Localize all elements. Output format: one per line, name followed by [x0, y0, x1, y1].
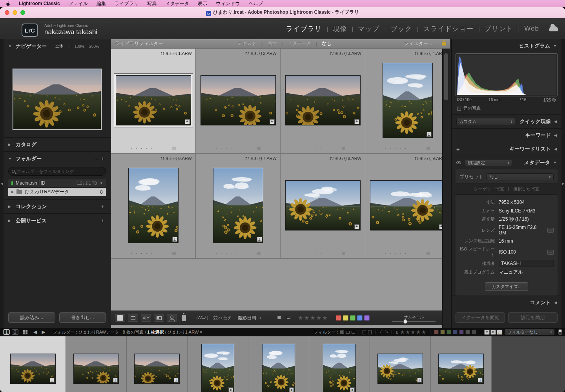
filmstrip-thumbnail[interactable]: ± [134, 354, 180, 384]
filter-noadjustments-icon[interactable]: ⚞ [385, 330, 388, 335]
grid-photo-cell[interactable]: ひまわり4.ARW ± ····· [365, 49, 450, 154]
filmstrip-thumbnail[interactable]: ± [262, 344, 295, 392]
toggle-flags-icon[interactable]: ⊟ [484, 330, 490, 335]
filter-adjustments-icon[interactable]: ⚟ [379, 330, 383, 335]
add-collection-button[interactable]: + [100, 203, 106, 210]
publish-services-header[interactable]: ▶ 公開サービス + [4, 213, 111, 227]
metadata-field-value[interactable]: マニュアル [499, 269, 554, 276]
photo-thumbnail[interactable]: ± [370, 180, 445, 230]
metadata-field-value[interactable]: 1/25 秒 (f / 16) [499, 216, 554, 223]
thumbnail-size-slider[interactable]: サムネール [392, 314, 436, 322]
adjustment-badge-icon[interactable]: ± [257, 237, 262, 242]
grid-photo-cell[interactable]: ひまわり3.ARW ± ····· [281, 49, 365, 154]
filmstrip-thumbnail-cell[interactable]: ± [248, 336, 309, 392]
right-panel-toggle[interactable]: ▶ [561, 39, 565, 328]
menu-window[interactable]: ウィンドウ [216, 0, 240, 7]
forward-arrow-icon[interactable]: ▶ [40, 329, 46, 335]
rating-dots[interactable]: ····· [385, 252, 410, 254]
filter-preset-dropdown[interactable]: フィルターなし▲▼ [505, 329, 555, 335]
comments-header[interactable]: コメント ◀ [452, 296, 561, 309]
volume-row[interactable]: Macintosh HD 1.2 / 2.1 TB ▼ [8, 179, 106, 187]
keywords-header[interactable]: キーワード ◀ [452, 128, 561, 142]
filter-color-chip[interactable] [472, 330, 476, 334]
toggle-stack-icon[interactable]: ⋮⋮ [497, 330, 502, 335]
sort-stepper-icon[interactable]: ▲▼ [259, 316, 261, 319]
rating-dots[interactable]: ····· [131, 252, 155, 254]
slider-track[interactable] [392, 321, 436, 322]
filmstrip-thumbnail-cell[interactable]: ± [188, 336, 248, 392]
target-photo-tab[interactable]: ターゲット写真 [474, 186, 504, 192]
export-button[interactable]: 書き出し... [59, 312, 106, 323]
photo-thumbnail[interactable]: ± [116, 75, 191, 125]
cloud-sync-icon[interactable] [549, 26, 558, 31]
filmstrip-thumbnail-cell[interactable]: ± [370, 336, 431, 392]
module-tab[interactable]: マップ [353, 24, 384, 33]
grid-photo-cell[interactable]: ひまわり1.ARW ± ····· [111, 49, 196, 154]
photo-thumbnail[interactable]: ± [383, 63, 433, 138]
import-button[interactable]: 読み込み... [8, 312, 55, 323]
metadata-field-value[interactable]: 16 mm [499, 238, 554, 244]
metadata-field-value[interactable]: Sony ILCE-7RM3 [499, 208, 554, 214]
navigator-preview[interactable] [13, 69, 102, 130]
color-label-chip[interactable] [336, 315, 341, 321]
adjustment-badge-icon[interactable]: ± [270, 119, 275, 124]
folder-row-selected[interactable]: ▶ ひまわりRAWデータ 8 [8, 188, 106, 196]
metadata-field-value[interactable]: TAKASHI [499, 260, 554, 267]
photo-thumbnail[interactable]: ± [128, 168, 179, 243]
adjustment-badge-icon[interactable]: ± [185, 119, 190, 124]
sync-settings-button[interactable]: 設定を同期 [508, 312, 558, 323]
painter-spray-icon[interactable] [182, 315, 186, 321]
metadata-field-value[interactable]: 7952 x 5304 [499, 200, 554, 205]
rotate-handle-icon[interactable] [342, 147, 345, 150]
flag-reject-icon[interactable] [287, 316, 292, 320]
metadata-eye-icon[interactable] [456, 161, 461, 164]
sort-direction-icon[interactable]: （A⇅Z） [194, 315, 210, 321]
color-label-chip[interactable] [357, 315, 363, 321]
filter-tab[interactable]: メタデータ [282, 40, 316, 47]
add-keyword-button[interactable]: + [456, 146, 460, 152]
module-tab[interactable]: ライブラリ [281, 24, 327, 33]
zoom-stepper-icon[interactable]: ▲▼ [104, 45, 106, 48]
quick-develop-header[interactable]: カスタム▲▼ クイック現像 ◀ [452, 114, 561, 128]
apple-menu-icon[interactable] [5, 1, 10, 6]
filter-rating-stars[interactable]: ★★★★★ [400, 329, 426, 335]
module-tab[interactable]: スライドショー [419, 24, 478, 33]
collections-header[interactable]: ▶ コレクション + [4, 199, 111, 213]
menu-metadata[interactable]: メタデータ [165, 0, 189, 7]
sort-value[interactable]: 撮影日時 [237, 315, 256, 321]
filmstrip-thumbnail[interactable]: ± [201, 344, 234, 392]
menu-library[interactable]: ライブラリ [115, 0, 139, 7]
metadata-mode-dropdown[interactable]: 初期設定▲▼ [465, 159, 512, 166]
filmstrip-thumbnail-cell[interactable]: ± [0, 336, 66, 392]
rotate-handle-icon[interactable] [172, 147, 176, 150]
zoom-fit-option[interactable]: 全体 [55, 44, 63, 49]
menu-edit[interactable]: 編集 [97, 0, 106, 7]
navigator-header[interactable]: ▼ ナビゲーター 全体▲▼ 100% 200%▲▼ [4, 39, 111, 53]
loupe-view-button[interactable] [128, 314, 138, 322]
histogram-chart[interactable] [456, 53, 558, 96]
menu-file[interactable]: ファイル [69, 0, 88, 7]
color-label-chip[interactable] [364, 315, 370, 321]
module-tab[interactable]: プリント [480, 24, 518, 33]
filmstrip-thumbnail[interactable]: ± [377, 354, 423, 384]
filter-color-chip[interactable] [447, 330, 451, 334]
grid-view-shortcut-icon[interactable] [23, 330, 27, 334]
filter-flag-unflagged-icon[interactable] [346, 331, 350, 334]
adjustment-badge-icon[interactable]: ± [354, 224, 359, 229]
filter-edit-status-icon[interactable] [363, 330, 366, 334]
filter-color-chip[interactable] [459, 330, 464, 334]
zoom-200-option[interactable]: 200% [89, 44, 99, 49]
grid-photo-cell[interactable]: ひまわり8.ARW ± ····· [281, 154, 365, 259]
filter-lock-icon[interactable] [442, 42, 446, 45]
filter-color-chip[interactable] [434, 330, 439, 334]
grid-photo-cell[interactable]: ひまわり2.ARW ± ····· [196, 49, 281, 154]
filter-color-chip[interactable] [440, 330, 445, 334]
keyword-list-header[interactable]: + キーワードリスト ◀ [452, 142, 561, 156]
metadata-field-value[interactable]: ISO 100 [499, 249, 545, 255]
filter-flag-pick-icon[interactable] [340, 330, 344, 334]
back-arrow-icon[interactable]: ◀ [32, 329, 38, 335]
filmstrip-thumbnail-cell[interactable]: ± [309, 336, 370, 392]
metadata-action-button[interactable]: → [547, 228, 554, 233]
filmstrip-thumbnail[interactable]: ± [438, 354, 484, 384]
rotate-handle-icon[interactable] [342, 252, 345, 255]
